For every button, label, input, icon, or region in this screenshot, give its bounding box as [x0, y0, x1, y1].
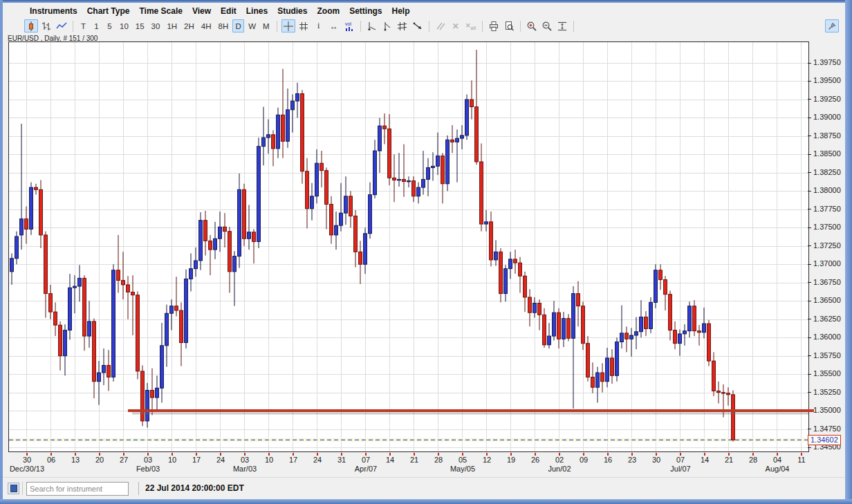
price-axis-label: 1.35500 — [813, 369, 841, 377]
price-axis-tick — [808, 355, 811, 356]
price-axis[interactable]: 1.397501.395001.392501.390001.387501.385… — [808, 41, 845, 452]
grid-button[interactable] — [297, 19, 311, 32]
menu-bar: InstrumentsChart TypeTime ScaleViewEditL… — [3, 3, 845, 19]
timeframe-5-button[interactable]: 5 — [104, 19, 115, 32]
instrument-search-box[interactable] — [26, 482, 129, 496]
timeframe-8h-button[interactable]: 8H — [216, 19, 232, 32]
timeframe-d-button[interactable]: D — [232, 19, 244, 32]
print-preview-button[interactable] — [502, 19, 516, 32]
time-axis[interactable]: 3006132027031017240310172431071421280512… — [8, 452, 809, 477]
time-axis-month-label: Feb/03 — [124, 465, 172, 473]
current-price-tag: 1.34602 — [808, 435, 841, 445]
timeframe-4h-button[interactable]: 4H — [198, 19, 214, 32]
fit-vertical-button[interactable] — [555, 19, 569, 32]
candlestick-chart-button[interactable] — [24, 19, 38, 32]
ray-button[interactable] — [411, 19, 425, 32]
print-button[interactable] — [487, 19, 501, 32]
toolbar-separator — [520, 21, 521, 32]
timeframe-15-button[interactable]: 15 — [133, 19, 147, 32]
search-input[interactable] — [30, 485, 128, 493]
menu-zoom[interactable]: Zoom — [312, 5, 344, 17]
ohlc-bars-chart-button[interactable] — [39, 19, 53, 32]
pin-button[interactable] — [825, 19, 839, 32]
timeframe-m-button[interactable]: M — [260, 19, 272, 32]
time-axis-day-label: 10 — [259, 456, 279, 464]
parallel-channel-button[interactable] — [396, 19, 409, 32]
price-axis-label: 1.39750 — [813, 58, 841, 66]
zoom-in-button[interactable] — [525, 19, 539, 32]
time-axis-month-label: Mar/03 — [221, 465, 269, 473]
chart-plot-area[interactable] — [8, 41, 809, 452]
zoom-out-button[interactable] — [540, 19, 554, 32]
time-axis-day-label: 30 — [17, 456, 37, 464]
line-chart-icon — [56, 21, 67, 32]
parallel-lines-button[interactable] — [434, 19, 447, 32]
line-chart-button[interactable] — [55, 19, 68, 32]
volume-icon: vol — [344, 21, 355, 32]
menu-view[interactable]: View — [187, 5, 216, 17]
info-button[interactable]: i — [312, 19, 326, 32]
vertical-line-button[interactable] — [380, 19, 394, 32]
time-axis-day-label: 02 — [549, 456, 570, 464]
volume-button[interactable]: vol — [342, 19, 356, 32]
menu-studies[interactable]: Studies — [272, 5, 312, 17]
timeframe-30-button[interactable]: 30 — [149, 19, 163, 32]
price-axis-tick — [808, 118, 811, 118]
timeframe-t-button[interactable]: T — [77, 19, 89, 32]
timeframe-1h-button[interactable]: 1H — [164, 19, 180, 32]
horizontal-scroll-button[interactable]: ↔ — [327, 19, 341, 32]
menu-instruments[interactable]: Instruments — [25, 5, 82, 17]
price-axis-label: 1.35750 — [813, 351, 841, 360]
price-axis-tick — [808, 227, 811, 228]
pin-icon — [826, 21, 837, 32]
vertical-line-icon — [382, 21, 393, 32]
support-line-axis-mark — [808, 409, 814, 412]
price-axis-label: 1.39500 — [813, 76, 841, 84]
price-axis-label: 1.36750 — [813, 278, 841, 286]
menu-lines[interactable]: Lines — [241, 5, 272, 17]
candlestick-chart-icon — [26, 21, 37, 32]
price-axis-label: 1.34750 — [813, 424, 841, 433]
status-panel-button[interactable] — [8, 483, 19, 494]
trendline-icon — [367, 21, 378, 32]
window-content: InstrumentsChart TypeTime ScaleViewEditL… — [3, 3, 845, 499]
time-axis-day-label: 17 — [283, 456, 304, 464]
price-axis-tick — [808, 429, 811, 429]
price-axis-tick — [808, 245, 811, 246]
delete-line-button[interactable]: ✕ — [449, 19, 463, 32]
timeframe-w-button[interactable]: W — [246, 19, 259, 32]
time-axis-day-label: 14 — [380, 456, 400, 464]
time-axis-day-label: 24 — [307, 456, 328, 464]
price-axis-tick — [808, 374, 811, 375]
price-axis-tick — [808, 81, 811, 82]
menu-time-scale[interactable]: Time Scale — [134, 5, 187, 17]
menu-settings[interactable]: Settings — [344, 5, 387, 17]
price-axis-tick — [808, 392, 811, 393]
price-axis-tick — [808, 191, 811, 192]
price-axis-label: 1.37250 — [813, 241, 841, 250]
gridlines — [9, 42, 808, 451]
chart-canvas[interactable] — [9, 42, 808, 451]
time-axis-day-label: 24 — [210, 456, 231, 464]
menu-help[interactable]: Help — [387, 5, 414, 17]
timeframe-10-button[interactable]: 10 — [117, 19, 131, 32]
menu-chart-type[interactable]: Chart Type — [82, 5, 135, 17]
price-axis-tick — [808, 319, 811, 319]
time-axis-day-label: 20 — [89, 456, 110, 464]
delete-all-lines-button[interactable]: ✕all — [464, 19, 478, 32]
chart-timestamp: 22 Jul 2014 20:00:00 EDT — [145, 483, 244, 493]
status-bar: 22 Jul 2014 20:00:00 EDT — [3, 477, 845, 499]
timeframe-1-button[interactable]: 1 — [91, 19, 102, 32]
time-axis-day-label: 21 — [719, 456, 739, 464]
zoom-out-icon — [541, 21, 553, 32]
toolbar-separator — [429, 21, 429, 32]
price-axis-label: 1.37000 — [813, 259, 841, 268]
timeframe-2h-button[interactable]: 2H — [181, 19, 197, 32]
trendline-button[interactable] — [365, 19, 379, 32]
crosshair-button[interactable] — [281, 19, 295, 32]
menu-edit[interactable]: Edit — [216, 5, 241, 17]
ohlc-bars-chart-icon — [41, 21, 52, 32]
time-axis-day-label: 31 — [331, 456, 352, 464]
time-axis-month-label: Jun/02 — [535, 465, 584, 473]
price-axis-tick — [808, 301, 811, 301]
